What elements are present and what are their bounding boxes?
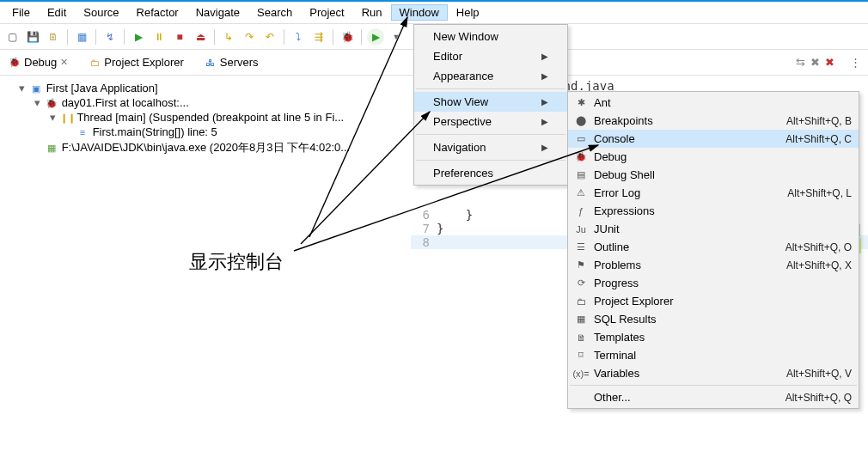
menu-show-view[interactable]: Show View▶ [414, 92, 567, 112]
showview-progress[interactable]: ⟳Progress [568, 274, 859, 292]
item-label: Debug [594, 150, 847, 163]
menu-navigate[interactable]: Navigate [187, 4, 248, 21]
separator [416, 134, 565, 135]
showview-ant[interactable]: ✱Ant [568, 94, 859, 112]
menu-appearance[interactable]: Appearance▶ [414, 66, 567, 86]
close-icon[interactable]: ✕ [60, 57, 68, 68]
item-shortcut: Alt+Shift+Q, Q [785, 392, 852, 404]
item-label: Project Explorer [594, 295, 847, 308]
showview-error-log[interactable]: ⚠Error LogAlt+Shift+Q, L [568, 184, 859, 202]
showview-console[interactable]: ▭ConsoleAlt+Shift+Q, C [568, 130, 859, 148]
run-icon[interactable]: ▶ [367, 28, 384, 46]
suspend-icon[interactable]: ⏸ [150, 28, 168, 46]
breakpoints-icon: ⬤ [573, 115, 589, 126]
menu-file[interactable]: File [3, 4, 39, 21]
separator [95, 29, 96, 45]
showview-problems[interactable]: ⚑ProblemsAlt+Shift+Q, X [568, 256, 859, 274]
tree-root[interactable]: ▾▣ First [Java Application] [19, 81, 407, 95]
item-label: Expressions [594, 204, 847, 217]
menu-source[interactable]: Source [75, 4, 127, 21]
step-return-icon[interactable]: ↶ [261, 28, 278, 46]
tab-debug[interactable]: 🐞 Debug ✕ [3, 52, 73, 72]
menu-editor[interactable]: Editor▶ [414, 46, 567, 66]
tab-servers[interactable]: 🖧 Servers [199, 52, 264, 72]
separator [124, 29, 125, 45]
expressions-icon: ƒ [573, 206, 589, 216]
showview-debug[interactable]: 🐞Debug [568, 148, 859, 166]
skip-breakpoints-icon[interactable]: ↯ [101, 28, 119, 46]
remove-icon[interactable]: ✖ [810, 56, 820, 69]
item-shortcut: Alt+Shift+Q, B [786, 115, 852, 127]
link-editor-icon[interactable]: ⇆ [796, 56, 805, 69]
outline-icon: ☰ [573, 241, 589, 253]
menu-edit[interactable]: Edit [39, 4, 75, 21]
showview-junit[interactable]: JuJUnit [568, 220, 859, 238]
item-shortcut: Alt+Shift+Q, C [785, 133, 852, 145]
show-view-submenu: ✱Ant⬤BreakpointsAlt+Shift+Q, B▭ConsoleAl… [567, 91, 859, 409]
showview-terminal[interactable]: ⌑Terminal [568, 346, 859, 364]
item-label: Console [594, 132, 780, 145]
showview-outline[interactable]: ☰OutlineAlt+Shift+Q, O [568, 238, 859, 256]
menu-project[interactable]: Project [301, 4, 352, 21]
tab-label: Debug [24, 56, 57, 69]
item-label: Other... [594, 391, 780, 404]
window-menu: New Window Editor▶ Appearance▶ Show View… [413, 24, 568, 186]
showview-templates[interactable]: 🗎Templates [568, 328, 859, 346]
variables-icon: (x)= [573, 369, 589, 379]
drop-frame-icon[interactable]: ⤵ [290, 28, 307, 46]
menu-preferences[interactable]: Preferences [414, 163, 567, 183]
debug-icon[interactable]: 🐞 [339, 28, 356, 46]
disconnect-icon[interactable]: ⏏ [192, 28, 209, 46]
menu-window[interactable]: Window [391, 4, 448, 21]
tree-target[interactable]: ▾🐞 day01.First at localhost:... [34, 95, 407, 110]
resume-icon[interactable]: ▶ [130, 28, 147, 46]
junit-icon: Ju [573, 224, 589, 235]
step-into-icon[interactable]: ↳ [220, 28, 237, 46]
tree-process[interactable]: ▦ F:\JAVAIDE\JDK\bin\java.exe (2020年8月3日… [34, 139, 407, 156]
item-label: Debug Shell [594, 168, 847, 181]
showview-breakpoints[interactable]: ⬤BreakpointsAlt+Shift+Q, B [568, 112, 859, 130]
toggle-tab-icon[interactable]: ▦ [73, 28, 90, 46]
separator [570, 385, 857, 386]
save-icon[interactable]: 💾 [24, 28, 41, 46]
item-shortcut: Alt+Shift+Q, O [785, 241, 852, 253]
menu-search[interactable]: Search [248, 4, 301, 21]
showview-variables[interactable]: (x)=VariablesAlt+Shift+Q, V [568, 364, 859, 382]
debug-icon: 🐞 [573, 151, 589, 162]
tree-frame[interactable]: ≡ First.main(String[]) line: 5 [65, 125, 407, 139]
item-label: Error Log [594, 186, 782, 199]
terminal-icon: ⌑ [573, 350, 589, 361]
item-shortcut: Alt+Shift+Q, X [786, 259, 852, 271]
separator [416, 88, 565, 89]
console-icon: ▭ [573, 133, 589, 144]
new-icon[interactable]: ▢ [3, 28, 21, 46]
debug-view-icon: 🐞 [9, 57, 21, 69]
tree-thread[interactable]: ▾❙❙ Thread [main] (Suspended (breakpoint… [50, 110, 407, 125]
showview-sql-results[interactable]: ▦SQL Results [568, 310, 859, 328]
servers-icon: 🖧 [205, 57, 217, 69]
showview-expressions[interactable]: ƒExpressions [568, 202, 859, 220]
menu-help[interactable]: Help [448, 4, 488, 21]
showview-other[interactable]: Other...Alt+Shift+Q, Q [568, 388, 859, 406]
tab-project-explorer[interactable]: 🗀 Project Explorer [83, 52, 188, 72]
menu-run[interactable]: Run [353, 4, 391, 21]
showview-debug-shell[interactable]: ▤Debug Shell [568, 166, 859, 184]
separator [214, 29, 215, 45]
menu-navigation[interactable]: Navigation▶ [414, 137, 567, 157]
chevron-down-icon[interactable]: ▼ [388, 28, 405, 46]
item-label: Outline [594, 241, 780, 253]
step-filters-icon[interactable]: ⇶ [310, 28, 327, 46]
view-menu-icon[interactable]: ⋮ [850, 56, 861, 69]
project-explorer-icon: 🗀 [573, 296, 589, 307]
save-all-icon[interactable]: 🗎 [45, 28, 62, 46]
item-shortcut: Alt+Shift+Q, V [786, 368, 852, 380]
menu-refactor[interactable]: Refactor [128, 4, 187, 21]
sql-results-icon: ▦ [573, 314, 589, 325]
step-over-icon[interactable]: ↷ [241, 28, 258, 46]
menu-perspective[interactable]: Perspective▶ [414, 112, 567, 131]
menu-new-window[interactable]: New Window [414, 27, 567, 46]
templates-icon: 🗎 [573, 332, 589, 343]
remove-all-icon[interactable]: ✖ [825, 56, 834, 69]
showview-project-explorer[interactable]: 🗀Project Explorer [568, 292, 859, 310]
terminate-icon[interactable]: ■ [171, 28, 188, 46]
